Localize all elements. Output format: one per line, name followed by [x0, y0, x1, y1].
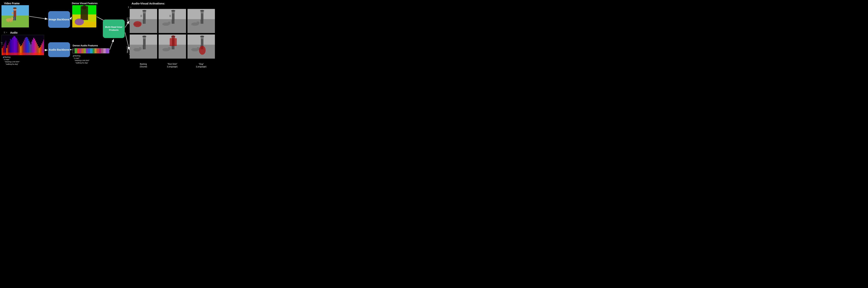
svg-rect-81 [80, 48, 81, 53]
svg-line-2 [29, 16, 48, 19]
av-cell-head2-barking [130, 34, 157, 59]
svg-rect-92 [103, 48, 106, 53]
svg-rect-85 [88, 48, 90, 53]
svg-rect-151 [170, 38, 177, 46]
svg-rect-102 [141, 15, 142, 17]
svg-rect-128 [202, 20, 203, 24]
image-backbone-box: Image Backbone [48, 11, 70, 28]
svg-rect-83 [83, 48, 86, 53]
av-cell-head2-dog [187, 34, 215, 59]
av-cell-head1-dog [187, 9, 215, 33]
svg-point-140 [139, 47, 142, 50]
svg-point-28 [82, 5, 87, 10]
svg-rect-44 [14, 36, 14, 55]
multihead-inner-products-box: Multi-Head Inner Products [103, 20, 125, 38]
svg-point-109 [133, 21, 142, 27]
dense-audio-bar [72, 48, 109, 53]
svg-rect-84 [86, 48, 88, 53]
svg-rect-43 [13, 37, 14, 55]
svg-rect-124 [201, 13, 204, 20]
svg-rect-80 [77, 48, 80, 53]
audio-sublabel-man: "A man" [3, 58, 20, 61]
svg-rect-77 [2, 53, 44, 55]
svg-rect-90 [99, 48, 101, 53]
svg-point-126 [200, 10, 204, 11]
svg-point-19 [11, 17, 13, 20]
audio-backbone-box: Audio Backbone [48, 42, 70, 57]
svg-point-14 [13, 7, 17, 9]
freq-arrow: ↑ f [1, 42, 3, 45]
dense-visual-features-label: Dense Visual Features [72, 2, 98, 5]
audio-t-arrow: t → [4, 31, 8, 34]
svg-rect-79 [75, 48, 77, 53]
dense-sublabel-dog: "walking his dog" [73, 62, 89, 64]
svg-rect-100 [143, 20, 144, 24]
svg-point-99 [142, 10, 146, 11]
svg-line-7 [110, 39, 114, 50]
audio-sublabel-shirt: "wearing a red shirt" [3, 61, 20, 63]
svg-rect-12 [13, 10, 16, 17]
audio-sublabels: 🔊Barking "A man" "wearing a red shirt" "… [3, 56, 20, 65]
av-bottom-labels: Barking(Sound) "Red Shirt"(Language) "Do… [130, 63, 215, 68]
svg-rect-91 [101, 48, 103, 53]
svg-rect-113 [172, 13, 175, 20]
svg-rect-134 [143, 38, 146, 46]
video-frame-image [1, 5, 29, 27]
svg-point-136 [142, 36, 146, 37]
svg-rect-156 [201, 38, 204, 46]
svg-point-158 [200, 36, 204, 37]
svg-rect-82 [81, 48, 84, 53]
av-col-label-barking: Barking(Sound) [130, 63, 157, 68]
svg-rect-116 [172, 20, 173, 24]
av-t-arrow: t → [128, 6, 132, 8]
svg-point-152 [172, 35, 175, 39]
svg-rect-22 [10, 20, 11, 22]
svg-rect-97 [143, 13, 146, 20]
dense-sublabel-barking: 🔊Barking [73, 55, 89, 57]
dense-audio-features-label: Dense Audio Features [73, 44, 98, 47]
svg-rect-21 [8, 20, 9, 22]
svg-rect-101 [144, 20, 146, 24]
av-col-label-redshirt: "Red Shirt"(Language) [159, 63, 186, 68]
t-arrow-dense: t→ [73, 49, 75, 51]
svg-line-3 [70, 17, 72, 19]
svg-rect-118 [169, 15, 171, 17]
audio-sublabel-dog: "walking his dog" [3, 63, 20, 65]
svg-point-120 [168, 22, 170, 25]
video-frame-label: Video Frame [4, 2, 20, 5]
svg-rect-57 [26, 37, 27, 55]
svg-rect-138 [144, 45, 146, 49]
svg-rect-137 [143, 45, 144, 49]
audio-spectrogram [1, 35, 44, 55]
svg-rect-86 [90, 48, 93, 53]
svg-rect-20 [7, 20, 8, 22]
av-col-label-dog: "Dog"(Language) [187, 63, 215, 68]
svg-rect-58 [27, 37, 28, 55]
svg-point-29 [75, 19, 84, 25]
av-cell-head1-redshirt [159, 9, 186, 33]
audio-sublabel-barking: 🔊Barking [3, 56, 20, 58]
svg-rect-117 [173, 20, 174, 24]
svg-point-163 [199, 46, 206, 55]
av-activations-title: Audio-Visual Activations: [131, 2, 165, 5]
svg-point-130 [196, 22, 199, 25]
svg-rect-65 [33, 38, 34, 55]
svg-point-150 [168, 47, 170, 50]
svg-rect-88 [94, 48, 97, 53]
dense-sublabel-shirt: "wearing a red shirt" [73, 59, 89, 62]
audio-label: Audio [10, 31, 18, 34]
svg-rect-42 [12, 38, 13, 55]
dense-audio-sublabels: 🔊Barking "A man" "wearing a red shirt" "… [73, 55, 89, 64]
svg-rect-89 [97, 48, 99, 53]
svg-rect-16 [15, 17, 16, 20]
dense-visual-features-image [72, 5, 96, 27]
av-cell-head2-redshirt [159, 34, 186, 59]
svg-rect-17 [12, 12, 13, 14]
svg-point-115 [171, 10, 175, 11]
av-activation-grid [130, 9, 215, 59]
diagram: Video Frame Image Ba [0, 0, 217, 72]
svg-rect-46 [16, 38, 17, 55]
svg-rect-56 [25, 38, 26, 55]
dense-sublabel-man: "A man" [73, 57, 89, 60]
av-cell-head1-barking [130, 9, 157, 33]
